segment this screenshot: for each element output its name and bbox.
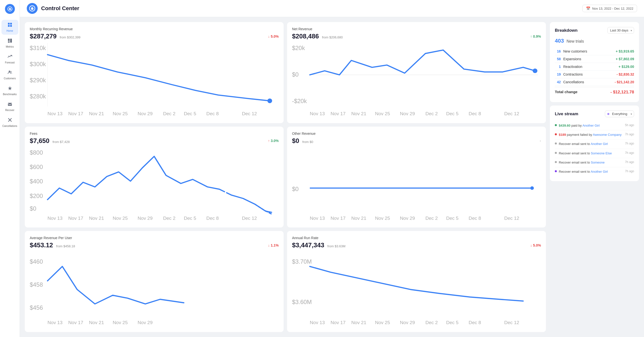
breakdown-total-row: Total change - $12,121.78 xyxy=(555,87,634,97)
svg-rect-1 xyxy=(10,23,12,25)
svg-text:Nov 21: Nov 21 xyxy=(351,111,366,116)
svg-text:Nov 13: Nov 13 xyxy=(310,111,325,116)
svg-text:Dec 8: Dec 8 xyxy=(206,111,219,116)
sidebar-item-cancellations[interactable]: Cancellations xyxy=(2,115,18,130)
svg-rect-3 xyxy=(10,25,12,27)
breakdown-row-new-customers: 16 New customers + $3,919.65 xyxy=(555,48,634,55)
breakdown-period-select[interactable]: Last 30 days Last 7 days Last 90 days xyxy=(607,27,634,34)
svg-text:Dec 12: Dec 12 xyxy=(242,216,257,221)
net-revenue-chart-area: $20k $0 -$20k Nov 13 Nov 17 Nov 21 Nov 2… xyxy=(292,43,541,118)
expansions-num: 58 xyxy=(555,57,561,61)
svg-text:-$20k: -$20k xyxy=(292,98,307,104)
sidebar-item-customers[interactable]: Customers xyxy=(2,67,18,82)
svg-text:Nov 25: Nov 25 xyxy=(113,111,128,116)
sidebar-item-recover[interactable]: Recover xyxy=(2,99,18,114)
svg-rect-0 xyxy=(8,23,10,25)
sidebar-item-benchmarks[interactable]: Benchmarks xyxy=(2,83,18,98)
svg-text:Nov 21: Nov 21 xyxy=(89,111,104,116)
arr-from: from $3.63M xyxy=(328,244,346,248)
stream-item-6: Recover email sent to Another Girl 7h ag… xyxy=(555,167,634,176)
svg-text:Dec 8: Dec 8 xyxy=(469,320,481,325)
header: Control Center 📅 Nov 13, 2022 - Dec 12, … xyxy=(20,0,644,17)
fees-change: ↑ 3.0% xyxy=(268,139,279,143)
mrr-value-group: $287,279 from $302,399 xyxy=(30,33,80,40)
contractions-label: Contractions xyxy=(563,72,583,76)
breakdown-header: Breakdown Last 30 days Last 7 days Last … xyxy=(555,27,634,34)
new-customers-amount: + $3,919.65 xyxy=(616,49,634,53)
content-area: Monthly Recurring Revenue $287,279 from … xyxy=(20,17,644,337)
main-area: Control Center 📅 Nov 13, 2022 - Dec 12, … xyxy=(20,0,644,337)
stream-time-1: 5h ago xyxy=(625,123,634,127)
breakdown-period-select-wrap[interactable]: Last 30 days Last 7 days Last 90 days xyxy=(607,27,634,34)
svg-text:Nov 25: Nov 25 xyxy=(375,216,390,221)
svg-text:Dec 2: Dec 2 xyxy=(425,320,438,325)
other-revenue-chart-svg: $0 Nov 13 Nov 17 Nov 21 Nov 25 Nov 29 De… xyxy=(292,148,541,223)
svg-text:Nov 17: Nov 17 xyxy=(68,216,84,221)
svg-text:$310k: $310k xyxy=(30,45,46,51)
net-revenue-value-row: $208,486 from $206,680 ↑ 0.9% xyxy=(292,33,541,40)
net-revenue-chart-svg: $20k $0 -$20k Nov 13 Nov 17 Nov 21 Nov 2… xyxy=(292,43,541,118)
svg-text:$20k: $20k xyxy=(292,45,305,51)
svg-text:Dec 12: Dec 12 xyxy=(504,320,520,325)
forecast-icon xyxy=(8,54,12,60)
svg-point-16 xyxy=(268,99,272,103)
svg-rect-2 xyxy=(8,25,10,27)
other-revenue-card: Other Revenue $0 from $0 - $0 No xyxy=(287,127,546,228)
other-revenue-change: - xyxy=(540,139,541,143)
stream-link-someone-else[interactable]: Someone Else xyxy=(591,151,612,155)
mrr-from: from $302,399 xyxy=(60,36,80,39)
svg-point-30 xyxy=(533,68,538,73)
cancellations-label: Cancellations xyxy=(563,80,584,84)
svg-text:Dec 5: Dec 5 xyxy=(446,320,458,325)
arr-value: $3,447,343 xyxy=(292,241,324,249)
stream-item-5: Recover email sent to Someone 7h ago xyxy=(555,158,634,167)
net-revenue-value: $208,486 xyxy=(292,33,319,40)
stream-item-2: $189 payment failed by Awesome Company 7… xyxy=(555,130,634,140)
svg-text:$290k: $290k xyxy=(30,77,46,84)
stream-link-another-girl-2[interactable]: Another Girl xyxy=(591,142,608,146)
svg-text:Dec 5: Dec 5 xyxy=(184,111,196,116)
stream-item-1: $439.60 paid by Another Girl 5h ago xyxy=(555,121,634,130)
fees-title: Fees xyxy=(30,132,279,136)
stream-time-6: 7h ago xyxy=(625,169,634,173)
svg-text:Nov 13: Nov 13 xyxy=(48,216,63,221)
svg-text:Nov 29: Nov 29 xyxy=(138,111,153,116)
svg-text:Dec 8: Dec 8 xyxy=(469,216,481,221)
sidebar-item-forecast[interactable]: Forecast xyxy=(2,52,18,66)
breakdown-row-cancellations: 42 Cancellations - $21,142.20 xyxy=(555,78,634,86)
stream-text-2: $189 payment failed by Awesome Company xyxy=(559,133,623,137)
svg-text:Dec 5: Dec 5 xyxy=(184,216,196,221)
arr-change: ↓ 5.0% xyxy=(530,243,541,247)
livestream-filter-wrap[interactable]: Everything Payments Failures Recoveries xyxy=(605,111,634,117)
sidebar-item-benchmarks-label: Benchmarks xyxy=(3,93,17,96)
svg-text:Nov 13: Nov 13 xyxy=(48,111,63,116)
livestream-filter-select[interactable]: Everything Payments Failures Recoveries xyxy=(605,111,634,117)
svg-text:Nov 21: Nov 21 xyxy=(89,216,104,221)
svg-text:Nov 25: Nov 25 xyxy=(113,320,128,325)
svg-text:Dec 2: Dec 2 xyxy=(425,216,438,221)
sidebar-item-metrics[interactable]: Metrics xyxy=(2,36,18,51)
date-range[interactable]: 📅 Nov 13, 2022 - Dec 12, 2022 xyxy=(582,5,637,12)
sidebar: Home Metrics Forecast xyxy=(0,0,20,337)
arr-card: Annual Run Rate $3,447,343 from $3.63M ↓… xyxy=(287,231,546,332)
right-panel: Breakdown Last 30 days Last 7 days Last … xyxy=(550,22,639,337)
sidebar-item-home-label: Home xyxy=(6,30,13,32)
stream-link-someone[interactable]: Someone xyxy=(591,161,604,164)
svg-text:Nov 25: Nov 25 xyxy=(375,111,390,116)
fees-value-row: $7,650 from $7,428 ↑ 3.0% xyxy=(30,137,279,145)
stream-link-awesome-company[interactable]: Awesome Company xyxy=(593,133,622,137)
stream-time-5: 7h ago xyxy=(625,160,634,164)
mrr-chart-area: $310k $300k $290k $280k Nov 13 Nov 17 No… xyxy=(30,43,279,118)
metrics-icon xyxy=(8,38,12,44)
svg-text:Dec 12: Dec 12 xyxy=(504,216,520,221)
other-revenue-title: Other Revenue xyxy=(292,132,541,136)
svg-text:Nov 29: Nov 29 xyxy=(138,320,153,325)
svg-text:$0: $0 xyxy=(292,71,299,78)
other-revenue-value: $0 xyxy=(292,137,299,144)
sidebar-item-home[interactable]: Home xyxy=(2,20,18,35)
stream-link-another-girl[interactable]: Another Girl xyxy=(582,124,600,127)
stream-time-4: 7h ago xyxy=(625,151,634,155)
svg-text:Nov 29: Nov 29 xyxy=(138,216,153,221)
stream-link-another-girl-3[interactable]: Another Girl xyxy=(591,170,608,173)
customers-icon xyxy=(8,70,12,76)
